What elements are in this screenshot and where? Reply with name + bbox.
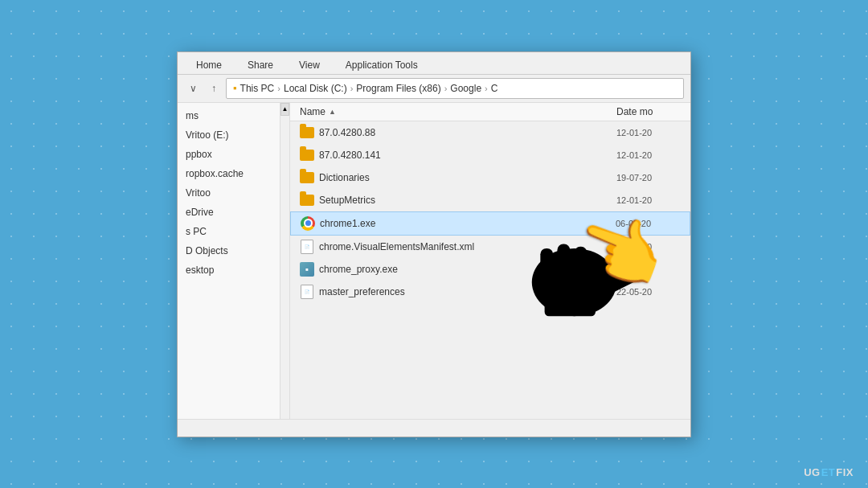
tab-share[interactable]: Share bbox=[235, 55, 285, 74]
main-content: ▲ ms Vritoo (E:) ppbox ropbox.cache Vrit… bbox=[178, 103, 690, 419]
sep3: › bbox=[444, 84, 448, 93]
file-date-4: 06-01-20 bbox=[616, 219, 680, 228]
file-entry-1[interactable]: 87.0.4280.141 12-01-20 bbox=[290, 144, 690, 166]
sidebar: ▲ ms Vritoo (E:) ppbox ropbox.cache Vrit… bbox=[178, 103, 290, 419]
file-date-5: 12-01-20 bbox=[616, 242, 681, 252]
sep4: › bbox=[485, 84, 488, 93]
file-name-4: chrome1.exe bbox=[320, 218, 611, 229]
file-name-5: chrome.VisualElementsManifest.xml bbox=[319, 241, 612, 252]
sidebar-item-thispc[interactable]: s PC bbox=[178, 222, 280, 241]
path-thispc: This PC bbox=[240, 83, 275, 94]
file-name-6: chrome_proxy.exe bbox=[319, 264, 612, 275]
sort-arrow: ▲ bbox=[329, 108, 336, 116]
folder-icon-2 bbox=[300, 170, 314, 185]
sep1: › bbox=[277, 84, 280, 93]
file-name-7: master_preferences bbox=[319, 286, 612, 297]
sidebar-item-writoo-e[interactable]: Vritoo (E:) bbox=[178, 125, 280, 145]
file-name-1: 87.0.4280.141 bbox=[319, 150, 612, 161]
tab-apptools[interactable]: Application Tools bbox=[334, 55, 430, 74]
file-entry-3[interactable]: SetupMetrics 12-01-20 bbox=[290, 189, 690, 211]
exe-icon-6: ■ bbox=[300, 262, 314, 277]
watermark: UGETFIX bbox=[804, 466, 854, 478]
path-programfiles: Program Files (x86) bbox=[356, 83, 440, 94]
file-date-3: 12-01-20 bbox=[616, 195, 681, 205]
file-entries: 87.0.4280.88 12-01-20 87.0.4280.141 12-0… bbox=[290, 121, 690, 419]
chrome-icon-4 bbox=[301, 216, 315, 231]
file-list: Name ▲ Date mo 87.0.4280.88 12-01-20 87.… bbox=[290, 103, 690, 419]
explorer-window: Home Share View Application Tools ∨ ↑ ▪ … bbox=[177, 51, 691, 437]
path-localdisk: Local Disk (C:) bbox=[284, 83, 347, 94]
file-date-6: 06-01-20 bbox=[616, 265, 681, 274]
sidebar-scrollbar[interactable]: ▲ bbox=[280, 103, 289, 419]
xml-icon-5: 📄 bbox=[300, 240, 314, 254]
address-bar: ∨ ↑ ▪ This PC › Local Disk (C:) › Progra… bbox=[178, 75, 690, 103]
sidebar-item-writoo[interactable]: Vritoo bbox=[178, 183, 280, 203]
sidebar-item-dropbox-cache[interactable]: ropbox.cache bbox=[178, 164, 280, 183]
folder-icon-1 bbox=[300, 148, 314, 162]
file-date-2: 19-07-20 bbox=[616, 173, 681, 182]
watermark-ug: UG bbox=[804, 466, 821, 478]
watermark-fix: FIX bbox=[836, 466, 854, 478]
scroll-up-arrow[interactable]: ▲ bbox=[280, 103, 289, 116]
file-entry-4[interactable]: chrome1.exe 06-01-20 bbox=[290, 211, 690, 236]
tab-home[interactable]: Home bbox=[184, 55, 234, 74]
file-name-2: Dictionaries bbox=[319, 172, 612, 183]
sidebar-item-dropbox[interactable]: ppbox bbox=[178, 145, 280, 164]
path-chrome: C bbox=[491, 83, 498, 94]
folder-icon: ▪ bbox=[233, 82, 237, 94]
ribbon-tabs: Home Share View Application Tools bbox=[178, 52, 690, 75]
address-path[interactable]: ▪ This PC › Local Disk (C:) › Program Fi… bbox=[226, 78, 684, 99]
path-google: Google bbox=[450, 83, 481, 94]
file-entry-7[interactable]: 📄 master_preferences 22-05-20 bbox=[290, 281, 690, 303]
folder-icon-3 bbox=[300, 193, 314, 207]
col-date[interactable]: Date mo bbox=[616, 106, 681, 117]
status-bar bbox=[178, 419, 690, 437]
folder-icon-0 bbox=[300, 125, 314, 140]
sidebar-item-edrive[interactable]: eDrive bbox=[178, 203, 280, 222]
sidebar-item-3dobjects[interactable]: D Objects bbox=[178, 241, 280, 260]
file-entry-0[interactable]: 87.0.4280.88 12-01-20 bbox=[290, 121, 690, 144]
file-entry-6[interactable]: ■ chrome_proxy.exe 06-01-20 bbox=[290, 258, 690, 281]
file-name-0: 87.0.4280.88 bbox=[319, 127, 612, 138]
col-name[interactable]: Name ▲ bbox=[300, 106, 616, 117]
file-name-3: SetupMetrics bbox=[319, 195, 612, 206]
file-entry-2[interactable]: Dictionaries 19-07-20 bbox=[290, 166, 690, 189]
file-entry-5[interactable]: 📄 chrome.VisualElementsManifest.xml 12-0… bbox=[290, 236, 690, 258]
sidebar-item-ms[interactable]: ms bbox=[178, 106, 280, 125]
tab-view[interactable]: View bbox=[287, 55, 332, 74]
file-date-1: 12-01-20 bbox=[616, 150, 681, 160]
up-button[interactable]: ↑ bbox=[205, 80, 223, 97]
back-button[interactable]: ∨ bbox=[184, 80, 202, 97]
watermark-et: ET bbox=[821, 466, 836, 478]
file-date-0: 12-01-20 bbox=[616, 128, 681, 137]
file-date-7: 22-05-20 bbox=[616, 287, 681, 297]
xml-icon-7: 📄 bbox=[300, 285, 314, 299]
sep2: › bbox=[350, 84, 354, 93]
sidebar-item-desktop[interactable]: esktop bbox=[178, 260, 280, 280]
file-list-header: Name ▲ Date mo bbox=[290, 103, 690, 121]
